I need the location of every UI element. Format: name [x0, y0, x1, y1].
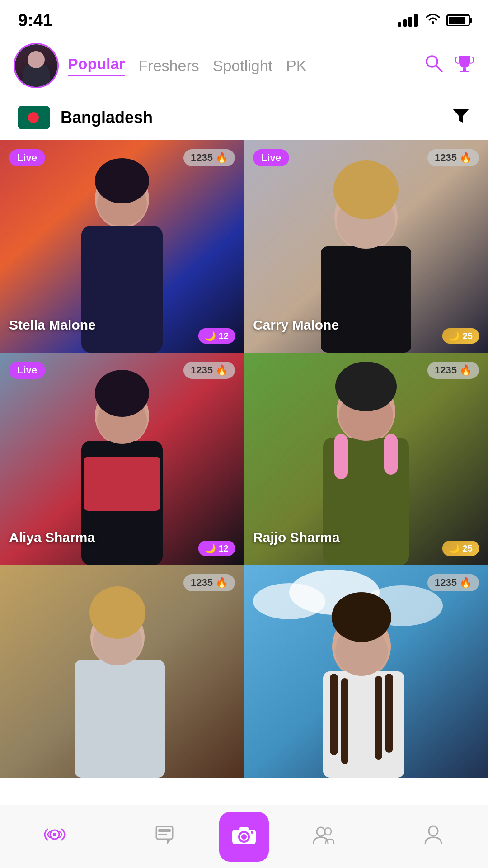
svg-point-33 [89, 586, 145, 639]
status-time: 9:41 [18, 11, 52, 30]
svg-line-2 [436, 66, 442, 71]
card-name-2: Carry Malone [253, 317, 339, 333]
level-icon-4: 🌙 [449, 543, 460, 554]
flame-icon-1: 🔥 [216, 152, 228, 164]
svg-point-47 [53, 833, 56, 836]
tab-freshers[interactable]: Freshers [139, 57, 199, 75]
card-name-1: Stella Malone [9, 317, 96, 333]
live-badge-3: Live [9, 362, 45, 379]
nav-camera-button[interactable] [219, 812, 269, 862]
flame-icon-6: 🔥 [460, 577, 472, 589]
filter-icon[interactable] [452, 106, 470, 128]
svg-point-56 [317, 827, 325, 836]
nav-item-profile[interactable] [379, 825, 488, 849]
card-name-4: Rajjo Sharma [253, 530, 340, 545]
nav-item-feed[interactable] [110, 825, 220, 849]
card-5[interactable]: 1235 🔥 [0, 565, 244, 778]
camera-icon [231, 823, 257, 850]
svg-rect-54 [239, 827, 249, 830]
nav-item-live[interactable] [0, 826, 110, 848]
svg-rect-13 [321, 246, 411, 353]
svg-point-53 [241, 834, 247, 840]
svg-point-21 [95, 370, 149, 417]
tab-spotlight[interactable]: Spotlight [213, 57, 272, 75]
svg-rect-28 [384, 434, 398, 475]
svg-rect-31 [75, 660, 165, 778]
bottom-nav [0, 805, 488, 868]
card-4[interactable]: 1235 🔥 Rajjo Sharma 🌙 25 [244, 353, 488, 565]
svg-point-45 [332, 592, 391, 642]
svg-point-26 [335, 362, 397, 411]
tab-pk[interactable]: PK [286, 57, 306, 75]
live-badge-1: Live [9, 149, 45, 166]
trophy-icon[interactable] [455, 53, 474, 78]
nav-actions [424, 53, 474, 78]
svg-rect-19 [84, 457, 160, 511]
status-bar: 9:41 [0, 0, 488, 36]
level-badge-1: 🌙 12 [198, 328, 235, 344]
flame-icon-5: 🔥 [216, 577, 228, 589]
card-1[interactable]: Live 1235 🔥 Stella Malone 🌙 12 [0, 140, 244, 353]
bangladesh-flag [18, 106, 50, 129]
live-icon [44, 826, 66, 848]
profile-icon [423, 825, 443, 849]
search-icon[interactable] [424, 53, 444, 78]
svg-rect-4 [460, 71, 469, 72]
svg-rect-44 [385, 674, 393, 753]
header: Popular Freshers Spotlight PK [0, 36, 488, 95]
svg-rect-43 [375, 676, 382, 760]
flame-icon-3: 🔥 [216, 364, 228, 376]
heat-badge-6: 1235 🔥 [427, 574, 479, 591]
svg-point-58 [429, 826, 438, 836]
svg-rect-49 [158, 829, 171, 832]
battery-icon [446, 14, 470, 26]
wifi-icon [424, 12, 440, 29]
level-badge-2: 🌙 25 [442, 328, 479, 344]
svg-rect-48 [156, 826, 173, 839]
heat-badge-4: 1235 🔥 [427, 362, 479, 379]
svg-point-0 [432, 21, 434, 24]
status-icons [398, 12, 470, 29]
signal-bars-icon [398, 14, 418, 27]
card-3[interactable]: Live 1235 🔥 Aliya Sharma 🌙 12 [0, 353, 244, 565]
svg-point-55 [251, 831, 253, 834]
svg-rect-27 [334, 434, 348, 479]
feed-icon [155, 825, 174, 849]
live-badge-2: Live [253, 149, 289, 166]
svg-marker-5 [453, 109, 469, 123]
tab-popular[interactable]: Popular [68, 55, 125, 76]
avatar[interactable] [14, 43, 59, 88]
heat-badge-1: 1235 🔥 [183, 149, 235, 166]
svg-point-15 [333, 160, 399, 219]
country-name[interactable]: Bangladesh [61, 108, 452, 127]
card-name-3: Aliya Sharma [9, 530, 95, 545]
svg-point-10 [95, 158, 149, 203]
svg-rect-8 [81, 226, 163, 353]
level-badge-4: 🌙 25 [442, 541, 479, 556]
nav-item-groups[interactable] [269, 825, 379, 849]
flame-icon-4: 🔥 [460, 364, 472, 376]
card-6[interactable]: 1235 🔥 [244, 565, 488, 778]
level-icon-3: 🌙 [205, 543, 216, 554]
svg-rect-3 [463, 68, 466, 71]
svg-point-57 [325, 828, 331, 835]
country-bar: Bangladesh [0, 95, 488, 140]
heat-badge-5: 1235 🔥 [183, 574, 235, 591]
heat-badge-2: 1235 🔥 [427, 149, 479, 166]
groups-icon [312, 825, 335, 849]
heat-badge-3: 1235 🔥 [183, 362, 235, 379]
level-icon-2: 🌙 [449, 330, 460, 341]
flame-icon-2: 🔥 [460, 152, 472, 164]
level-icon-1: 🌙 [205, 330, 216, 341]
nav-tabs: Popular Freshers Spotlight PK [68, 55, 415, 76]
content-grid: Live 1235 🔥 Stella Malone 🌙 12 [0, 140, 488, 778]
card-2[interactable]: Live 1235 🔥 Carry Malone 🌙 25 [244, 140, 488, 353]
svg-rect-42 [341, 678, 348, 764]
svg-rect-41 [330, 674, 338, 755]
svg-rect-50 [158, 834, 167, 835]
level-badge-3: 🌙 12 [198, 541, 235, 556]
